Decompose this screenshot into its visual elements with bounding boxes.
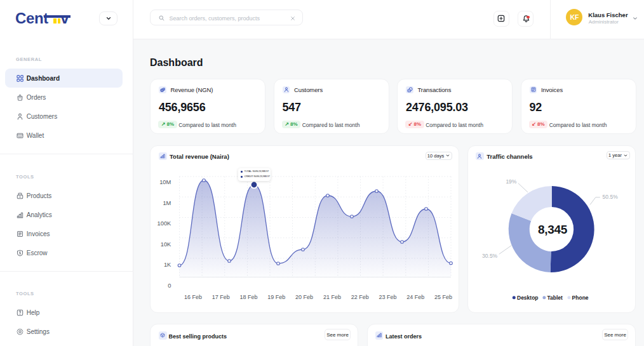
svg-text:1K: 1K bbox=[164, 262, 171, 268]
svg-text:17 Feb: 17 Feb bbox=[212, 294, 230, 300]
svg-text:1M: 1M bbox=[163, 200, 171, 206]
svg-text:10K: 10K bbox=[161, 241, 171, 248]
svg-text:Tablet: Tablet bbox=[547, 295, 563, 301]
svg-text:8,345: 8,345 bbox=[538, 223, 568, 236]
svg-text:20 Feb: 20 Feb bbox=[295, 294, 313, 300]
svg-text:16 Feb: 16 Feb bbox=[184, 294, 202, 300]
svg-text:25 Feb: 25 Feb bbox=[434, 294, 452, 300]
svg-text:Desktop: Desktop bbox=[517, 295, 539, 301]
svg-text:24 Feb: 24 Feb bbox=[406, 294, 424, 300]
svg-text:10M: 10M bbox=[159, 179, 171, 185]
svg-text:100K: 100K bbox=[158, 220, 172, 227]
svg-text:19 Feb: 19 Feb bbox=[267, 294, 285, 300]
svg-text:22 Feb: 22 Feb bbox=[351, 294, 369, 300]
svg-text:23 Feb: 23 Feb bbox=[379, 294, 396, 300]
svg-text:Phone: Phone bbox=[572, 295, 589, 301]
svg-text:0: 0 bbox=[168, 283, 171, 289]
svg-text:21 Feb: 21 Feb bbox=[323, 294, 341, 300]
svg-text:50.5%: 50.5% bbox=[603, 194, 619, 200]
svg-text:18 Feb: 18 Feb bbox=[240, 294, 258, 300]
svg-text:19%: 19% bbox=[506, 178, 516, 185]
svg-text:30.5%: 30.5% bbox=[482, 253, 498, 259]
